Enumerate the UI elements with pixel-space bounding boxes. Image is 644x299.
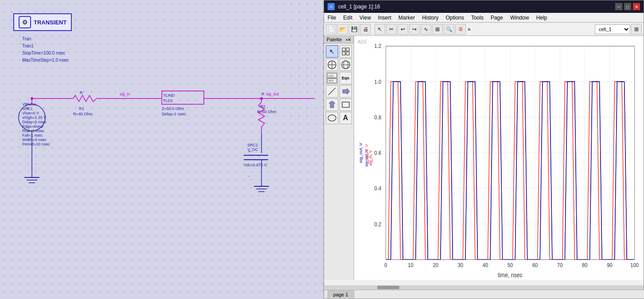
svg-text:Rise=1 nsec: Rise=1 nsec xyxy=(22,129,44,133)
palette-numbers-btn[interactable]: 1234 5678 xyxy=(326,72,338,84)
svg-text:Fall=1 nsec: Fall=1 nsec xyxy=(22,133,43,138)
palette-text-btn[interactable]: A xyxy=(340,112,352,124)
svg-text:time, nsec: time, nsec xyxy=(498,272,523,279)
maximize-button[interactable]: □ xyxy=(624,3,631,10)
minimize-button[interactable]: ─ xyxy=(615,3,622,10)
menu-options[interactable]: Options xyxy=(442,14,468,22)
new-button[interactable]: 📄 xyxy=(326,24,336,35)
palette-arrow-up-btn[interactable] xyxy=(326,98,338,111)
palette-panel: Palette ▪✕ ↖ xyxy=(324,36,354,280)
palette-grid: ↖ xyxy=(324,43,354,126)
palette-arrow-right-btn[interactable] xyxy=(340,85,352,98)
toolbar: 📄 📂 💾 🖨 ↖ ✂ ↩ ↪ ∿ ⊞ 🔍 ② » cell_1 ⊞ xyxy=(324,23,644,36)
svg-text:0.6: 0.6 xyxy=(375,150,382,157)
menu-file[interactable]: File xyxy=(324,14,340,22)
svg-text:Vhigh=1.35 V: Vhigh=1.35 V xyxy=(22,115,46,120)
graph-svg: 1.2 1.0 0.8 0.6 0.4 0.2 0 10 20 30 40 50… xyxy=(354,36,644,280)
svg-text:TLIND: TLIND xyxy=(163,93,175,98)
page-tab[interactable]: page 1 xyxy=(328,291,354,298)
svg-text:sig_in, V: sig_in, V xyxy=(364,144,368,161)
palette-oval-btn[interactable] xyxy=(326,112,338,124)
svg-rect-67 xyxy=(342,102,349,107)
palette-rect-btn[interactable] xyxy=(340,98,352,111)
svg-text:30: 30 xyxy=(458,262,464,269)
menu-window[interactable]: Window xyxy=(507,14,533,22)
save-button[interactable]: 💾 xyxy=(349,24,359,35)
zoom-button[interactable]: 🔍 xyxy=(444,24,454,35)
schematic-svg: + - VtPulse SRC1 Vlow=0 V Vhigh=1.35 V D… xyxy=(0,0,324,299)
svg-text:Vlow=0 V: Vlow=0 V xyxy=(22,111,39,115)
svg-text:40: 40 xyxy=(483,262,488,269)
menu-bar: File Edit View Insert Marker History Opt… xyxy=(324,13,644,23)
svg-text:TLD1: TLD1 xyxy=(163,98,173,103)
svg-text:Delay=1 nsec: Delay=1 nsec xyxy=(162,112,186,116)
svg-rect-50 xyxy=(342,48,345,51)
palette-header: Palette ▪✕ xyxy=(324,36,354,43)
svg-text:0.4: 0.4 xyxy=(375,185,382,192)
h-scrollbar-thumb[interactable] xyxy=(377,286,399,289)
curve-button[interactable]: ∿ xyxy=(421,24,431,35)
svg-text:0.2: 0.2 xyxy=(375,221,382,228)
palette-eqn-btn[interactable]: Eqn xyxy=(340,72,352,84)
svg-text:Z=50.0 Ohm: Z=50.0 Ohm xyxy=(162,106,184,111)
svg-point-49 xyxy=(31,97,33,100)
svg-rect-52 xyxy=(342,52,345,55)
svg-text:sig_out, V: sig_out, V xyxy=(359,142,363,163)
title-buttons[interactable]: ─ □ ✕ xyxy=(615,3,640,10)
undo-button[interactable]: ↩ xyxy=(398,24,408,35)
svg-rect-51 xyxy=(346,48,349,51)
svg-text:VtPulse: VtPulse xyxy=(22,102,36,106)
right-window: A cell_1 [page 1]:16 ─ □ ✕ File Edit Vie… xyxy=(324,0,644,299)
svg-text:Width=3 nsec: Width=3 nsec xyxy=(22,138,47,142)
title-bar: A cell_1 [page 1]:16 ─ □ ✕ xyxy=(324,0,644,13)
print-button[interactable]: 🖨 xyxy=(360,24,371,35)
palette-grid-btn[interactable] xyxy=(340,45,352,58)
app-icon: A xyxy=(328,3,335,10)
svg-text:Edge=linear: Edge=linear xyxy=(22,124,43,129)
badge-button[interactable]: ② xyxy=(455,24,466,35)
menu-marker[interactable]: Marker xyxy=(395,14,418,22)
title-bar-left: A cell_1 [page 1]:16 xyxy=(328,3,380,10)
schematic-area: ⚙ TRANSIENT Tran Tran1 StopTime=100.0 ns… xyxy=(0,0,324,299)
menu-insert[interactable]: Insert xyxy=(375,14,395,22)
svg-text:R=40 Ohm: R=40 Ohm xyxy=(73,112,93,116)
grid-view-button[interactable]: ⊞ xyxy=(631,24,642,35)
palette-globe-btn[interactable] xyxy=(340,59,352,71)
window-title: cell_1 [page 1]:16 xyxy=(338,4,380,10)
menu-view[interactable]: View xyxy=(356,14,375,22)
svg-text:-: - xyxy=(248,174,250,178)
svg-text:0: 0 xyxy=(384,262,387,269)
svg-line-64 xyxy=(328,88,336,95)
palette-line-btn[interactable] xyxy=(326,85,338,98)
svg-rect-53 xyxy=(346,52,349,55)
menu-page[interactable]: Page xyxy=(487,14,507,22)
open-button[interactable]: 📂 xyxy=(337,24,348,35)
svg-point-68 xyxy=(328,115,336,121)
palette-circle-cross-btn[interactable] xyxy=(326,59,338,71)
svg-text:20: 20 xyxy=(433,262,438,269)
h-scrollbar[interactable] xyxy=(324,285,644,290)
grid-button[interactable]: ⊞ xyxy=(432,24,443,35)
cell-dropdown[interactable]: cell_1 xyxy=(595,24,630,34)
menu-help[interactable]: Help xyxy=(533,14,551,22)
svg-text:R1: R1 xyxy=(79,106,84,111)
pointer-button[interactable]: ↖ xyxy=(375,24,385,35)
svg-text:Delay=0 nsec: Delay=0 nsec xyxy=(22,120,47,124)
palette-controls: ▪✕ xyxy=(346,37,351,42)
svg-text:60: 60 xyxy=(532,262,538,269)
menu-edit[interactable]: Edit xyxy=(340,14,356,22)
cut-button[interactable]: ✂ xyxy=(386,24,397,35)
svg-text:V_DC: V_DC xyxy=(247,147,258,152)
svg-text:10: 10 xyxy=(408,262,414,269)
svg-text:sig_in: sig_in xyxy=(120,92,130,96)
close-button[interactable]: ✕ xyxy=(633,3,640,10)
svg-text:80: 80 xyxy=(582,262,588,269)
palette-select-btn[interactable]: ↖ xyxy=(326,45,338,58)
svg-text:0.8: 0.8 xyxy=(375,114,382,121)
menu-tools[interactable]: Tools xyxy=(468,14,487,22)
redo-button[interactable]: ↪ xyxy=(409,24,420,35)
menu-history[interactable]: History xyxy=(418,14,442,22)
svg-text:SRC2: SRC2 xyxy=(247,143,258,147)
palette-title: Palette xyxy=(327,37,342,42)
svg-text:1.2: 1.2 xyxy=(375,43,382,50)
